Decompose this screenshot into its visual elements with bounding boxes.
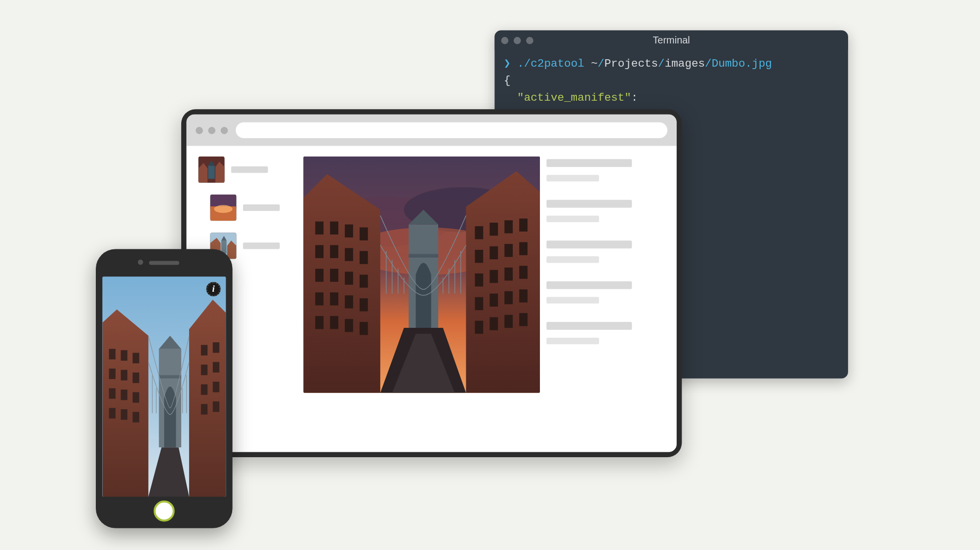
svg-rect-51 bbox=[519, 289, 528, 302]
svg-rect-48 bbox=[504, 268, 513, 280]
svg-rect-93 bbox=[213, 401, 219, 412]
metadata-group bbox=[546, 159, 664, 181]
svg-rect-55 bbox=[519, 313, 528, 326]
metadata-group bbox=[546, 281, 664, 304]
svg-rect-31 bbox=[315, 292, 324, 305]
address-bar[interactable] bbox=[236, 122, 667, 138]
svg-rect-36 bbox=[330, 316, 338, 329]
svg-rect-33 bbox=[345, 295, 353, 308]
svg-rect-79 bbox=[121, 370, 127, 380]
prompt-icon: ❯ bbox=[504, 57, 511, 70]
zoom-icon[interactable] bbox=[221, 126, 228, 134]
svg-rect-61 bbox=[408, 254, 438, 257]
tablet-device bbox=[181, 109, 682, 457]
svg-rect-76 bbox=[121, 350, 127, 360]
thumbnail-label bbox=[231, 166, 268, 173]
svg-rect-56 bbox=[504, 315, 513, 328]
svg-rect-78 bbox=[109, 369, 116, 379]
metadata-value bbox=[546, 256, 599, 263]
metadata-group bbox=[546, 200, 664, 222]
svg-rect-57 bbox=[490, 317, 498, 330]
svg-rect-52 bbox=[504, 291, 513, 304]
metadata-value bbox=[546, 175, 599, 181]
svg-rect-85 bbox=[121, 409, 127, 420]
terminal-output-line: "active_manifest": bbox=[504, 89, 839, 107]
svg-rect-44 bbox=[504, 244, 513, 257]
close-icon[interactable] bbox=[196, 126, 203, 134]
svg-rect-92 bbox=[201, 384, 207, 394]
svg-rect-38 bbox=[360, 322, 368, 335]
metadata-group bbox=[546, 240, 664, 263]
svg-rect-30 bbox=[360, 275, 368, 287]
metadata-value bbox=[546, 338, 599, 344]
svg-rect-19 bbox=[315, 222, 324, 235]
svg-rect-84 bbox=[109, 408, 116, 418]
svg-rect-40 bbox=[504, 220, 513, 233]
list-item[interactable] bbox=[210, 195, 297, 221]
svg-rect-29 bbox=[345, 272, 353, 284]
svg-rect-97 bbox=[159, 375, 181, 379]
terminal-command-line: ❯ ./c2patool ~/Projects/images/Dumbo.jpg bbox=[504, 55, 839, 73]
metadata-group bbox=[546, 322, 664, 344]
svg-rect-43 bbox=[519, 242, 528, 255]
svg-rect-20 bbox=[330, 222, 338, 235]
svg-rect-21 bbox=[345, 225, 353, 237]
svg-rect-37 bbox=[345, 319, 353, 332]
svg-rect-89 bbox=[213, 362, 219, 372]
phone-device: i bbox=[96, 249, 233, 528]
metadata-heading bbox=[546, 159, 632, 167]
metadata-heading bbox=[546, 281, 632, 289]
svg-rect-50 bbox=[475, 274, 483, 286]
metadata-value bbox=[546, 297, 599, 304]
svg-rect-94 bbox=[201, 404, 207, 414]
svg-rect-77 bbox=[132, 353, 139, 363]
svg-marker-73 bbox=[102, 310, 148, 497]
phone-screen[interactable]: i bbox=[102, 276, 226, 497]
svg-rect-3 bbox=[208, 166, 214, 179]
browser-toolbar bbox=[187, 115, 677, 146]
svg-rect-26 bbox=[360, 251, 368, 264]
svg-rect-90 bbox=[201, 365, 207, 375]
svg-rect-81 bbox=[109, 388, 116, 398]
svg-rect-42 bbox=[475, 226, 483, 239]
svg-rect-87 bbox=[213, 342, 219, 353]
svg-rect-88 bbox=[201, 345, 207, 355]
svg-rect-35 bbox=[315, 316, 324, 329]
info-icon[interactable]: i bbox=[206, 282, 220, 296]
svg-rect-46 bbox=[475, 250, 483, 263]
svg-rect-58 bbox=[475, 321, 483, 334]
svg-marker-74 bbox=[189, 300, 226, 497]
metadata-heading bbox=[546, 322, 632, 330]
main-image[interactable] bbox=[303, 157, 540, 393]
svg-rect-86 bbox=[132, 412, 139, 422]
terminal-output-line: { bbox=[504, 73, 839, 90]
list-item[interactable] bbox=[198, 157, 297, 183]
svg-point-7 bbox=[214, 205, 232, 213]
metadata-panel bbox=[546, 157, 664, 440]
svg-rect-80 bbox=[132, 373, 139, 383]
svg-rect-39 bbox=[519, 219, 528, 232]
svg-rect-23 bbox=[315, 245, 324, 258]
minimize-icon[interactable] bbox=[208, 126, 215, 134]
home-button[interactable] bbox=[154, 501, 175, 522]
svg-rect-75 bbox=[109, 349, 116, 359]
svg-rect-24 bbox=[330, 245, 338, 258]
metadata-value bbox=[546, 216, 599, 222]
svg-rect-25 bbox=[345, 248, 353, 261]
svg-rect-32 bbox=[330, 292, 338, 305]
svg-rect-82 bbox=[121, 390, 127, 400]
svg-rect-54 bbox=[475, 297, 483, 310]
svg-rect-22 bbox=[360, 228, 368, 240]
metadata-heading bbox=[546, 200, 632, 208]
browser-window bbox=[187, 115, 677, 452]
svg-rect-83 bbox=[132, 392, 139, 402]
svg-rect-47 bbox=[519, 266, 528, 278]
thumbnail-image bbox=[210, 195, 236, 221]
svg-rect-53 bbox=[490, 294, 498, 307]
thumbnail-label bbox=[243, 242, 280, 249]
svg-rect-45 bbox=[490, 246, 498, 259]
svg-rect-27 bbox=[315, 269, 324, 281]
terminal-title: Terminal bbox=[494, 32, 848, 49]
svg-rect-34 bbox=[360, 298, 368, 311]
svg-marker-17 bbox=[303, 174, 380, 393]
